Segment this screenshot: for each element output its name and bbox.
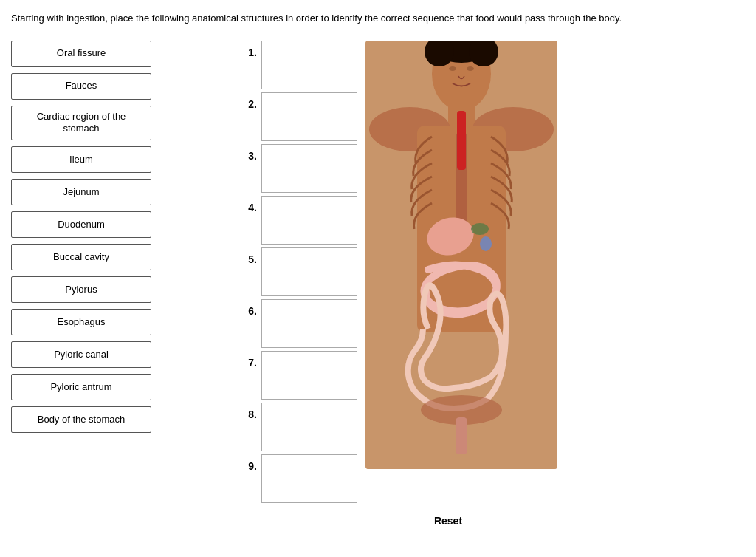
drag-item-jejunum[interactable]: Jejunum — [11, 179, 151, 205]
reset-area: Reset — [151, 515, 745, 527]
drop-box-3[interactable] — [261, 144, 357, 193]
svg-point-12 — [467, 66, 474, 71]
drop-box-2[interactable] — [261, 92, 357, 141]
drop-box-7[interactable] — [261, 351, 357, 400]
drop-number-8: 8. — [236, 403, 257, 420]
drop-row-5: 5. — [236, 247, 358, 296]
reset-button[interactable]: Reset — [434, 515, 462, 527]
drop-row-6: 6. — [236, 299, 358, 348]
drop-row-2: 2. — [236, 92, 358, 141]
drop-number-4: 4. — [236, 196, 257, 213]
drop-number-1: 1. — [236, 41, 257, 58]
drag-item-oral-fissure[interactable]: Oral fissure — [11, 41, 151, 67]
drop-row-1: 1. — [236, 41, 358, 89]
drop-box-4[interactable] — [261, 196, 357, 245]
svg-point-11 — [449, 66, 456, 71]
drop-number-7: 7. — [236, 351, 257, 369]
svg-rect-10 — [456, 417, 467, 454]
drag-item-body-of-stomach[interactable]: Body of the stomach — [11, 406, 151, 433]
drop-row-3: 3. — [236, 144, 358, 193]
anatomy-illustration-column — [365, 41, 557, 469]
drag-item-ileum[interactable]: Ileum — [11, 146, 151, 173]
drag-items-column: Oral fissureFaucesCardiac region of the … — [11, 41, 151, 434]
drop-row-9: 9. — [236, 454, 358, 503]
drop-number-3: 3. — [236, 144, 257, 162]
drag-item-pyloric-antrum[interactable]: Pyloric antrum — [11, 374, 151, 400]
drop-box-6[interactable] — [261, 299, 357, 348]
drop-number-5: 5. — [236, 247, 257, 265]
svg-point-17 — [471, 223, 489, 235]
anatomy-image — [365, 41, 557, 469]
drag-item-esophagus[interactable]: Esophagus — [11, 309, 151, 335]
drop-zones-column: 1.2.3.4.5.6.7.8.9. — [236, 41, 358, 506]
drop-number-2: 2. — [236, 92, 257, 110]
drag-item-pyloric-canal[interactable]: Pyloric canal — [11, 341, 151, 368]
drag-item-pylorus[interactable]: Pylorus — [11, 276, 151, 303]
drop-row-8: 8. — [236, 403, 358, 451]
svg-rect-7 — [457, 111, 466, 170]
drag-item-cardiac-region[interactable]: Cardiac region of the stomach — [11, 106, 151, 141]
drag-item-duodenum[interactable]: Duodenum — [11, 211, 151, 238]
drop-box-5[interactable] — [261, 247, 357, 296]
drop-number-9: 9. — [236, 454, 257, 472]
drop-row-4: 4. — [236, 196, 358, 245]
drop-number-6: 6. — [236, 299, 257, 317]
drag-item-buccal-cavity[interactable]: Buccal cavity — [11, 244, 151, 270]
content-area: Oral fissureFaucesCardiac region of the … — [11, 41, 745, 506]
drop-row-7: 7. — [236, 351, 358, 400]
svg-point-16 — [480, 236, 492, 251]
drop-box-8[interactable] — [261, 403, 357, 451]
drop-box-9[interactable] — [261, 454, 357, 503]
instructions-text: Starting with ingestion, place the follo… — [11, 11, 712, 26]
drop-box-1[interactable] — [261, 41, 357, 89]
drag-item-fauces[interactable]: Fauces — [11, 73, 151, 100]
